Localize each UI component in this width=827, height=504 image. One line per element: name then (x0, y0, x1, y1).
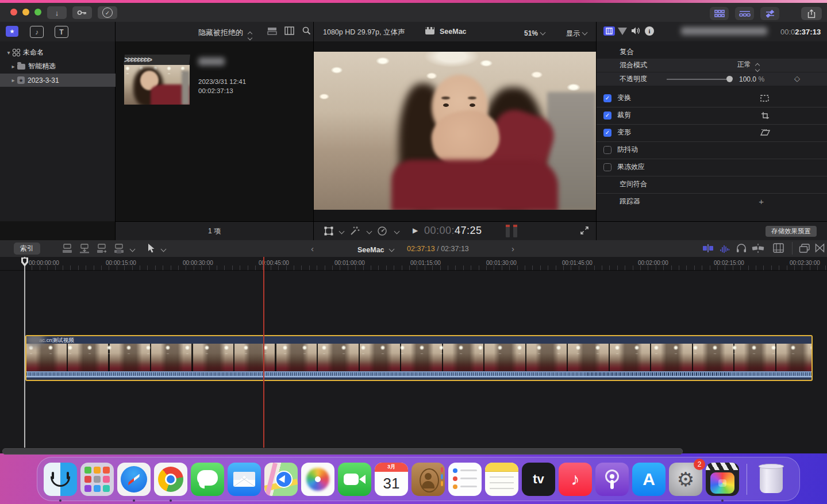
background-tasks-button[interactable]: ✓ (98, 6, 117, 19)
dock-final-cut-pro-icon[interactable] (704, 461, 741, 498)
dock-facetime-icon[interactable] (336, 461, 373, 498)
checkbox-checked[interactable]: ✓ (603, 111, 611, 120)
disclosure-closed-icon[interactable]: ▸ (9, 63, 17, 70)
dock-photos-icon[interactable] (299, 461, 336, 498)
chevron-down-icon[interactable] (394, 229, 400, 234)
chevron-down-icon[interactable] (130, 247, 136, 252)
checkbox-checked[interactable]: ✓ (603, 94, 611, 102)
filmstrip-view-button[interactable] (284, 26, 294, 35)
show-browser-button[interactable] (710, 7, 729, 20)
dock-finder-icon[interactable] (42, 461, 79, 498)
info-inspector-tab[interactable]: i (645, 26, 654, 36)
audio-inspector-tab[interactable] (631, 26, 641, 35)
dock-music-icon[interactable]: ♪ (557, 461, 594, 498)
chevron-down-icon[interactable] (339, 229, 345, 234)
timeline-project-dropdown[interactable]: SeeMac (357, 244, 394, 255)
keyframe-diamond-icon[interactable]: ◇ (794, 74, 800, 83)
disclosure-closed-icon[interactable]: ▸ (9, 77, 17, 83)
audio-meter-right[interactable] (513, 225, 517, 237)
browser-clip-thumbnail[interactable] (124, 65, 190, 105)
fullscreen-button[interactable] (580, 226, 589, 235)
crop-effect-icon[interactable] (761, 111, 770, 120)
dock-messages-icon[interactable] (189, 461, 226, 498)
photos-audio-sidebar-tab[interactable]: ♪ (30, 26, 44, 38)
keywords-button[interactable] (72, 6, 92, 19)
overwrite-edit-icon[interactable] (114, 243, 124, 253)
dock-launchpad-icon[interactable] (79, 461, 116, 498)
chevron-down-icon[interactable] (161, 247, 167, 252)
dock-reminders-icon[interactable] (447, 461, 483, 498)
checkbox-unchecked[interactable] (603, 163, 611, 171)
dock-notes-icon[interactable] (483, 461, 520, 498)
effects-browser-icon[interactable] (799, 243, 810, 253)
index-button[interactable]: 索引 (14, 243, 40, 255)
disclosure-open-icon[interactable]: ▾ (5, 49, 13, 56)
show-timeline-button[interactable] (735, 7, 754, 20)
sidebar-item-event[interactable]: ▸ ★ 2023-3-31 (0, 74, 124, 87)
minimize-window-button[interactable] (22, 9, 29, 16)
viewer-zoom-dropdown[interactable]: 51% (524, 28, 545, 38)
chevron-down-icon[interactable] (367, 229, 372, 234)
transform-tools-dropdown[interactable] (324, 226, 334, 236)
insert-edit-icon[interactable] (79, 243, 90, 253)
solo-headphones-icon[interactable] (736, 243, 747, 253)
audio-skimming-icon[interactable] (720, 243, 730, 253)
enhancements-dropdown[interactable] (349, 226, 360, 236)
playhead[interactable] (24, 257, 25, 448)
audio-meter-left[interactable] (506, 225, 510, 237)
checkbox-checked[interactable]: ✓ (603, 129, 611, 137)
opacity-slider-track[interactable] (667, 79, 730, 80)
timeline[interactable]: 00:00:00:00 00:00:15:00 00:00:30:00 00:0… (0, 257, 827, 453)
opacity-value[interactable]: 100.0 % (739, 75, 764, 83)
retime-dropdown[interactable] (377, 226, 387, 236)
checkbox-unchecked[interactable] (603, 146, 611, 154)
opacity-slider-thumb[interactable] (726, 76, 733, 82)
timeline-timecode[interactable]: 02:37:13 / 02:37:13 (407, 245, 469, 253)
dock-tv-icon[interactable]: tv (520, 461, 557, 498)
viewer-view-dropdown[interactable]: 显示 (566, 28, 587, 39)
media-sidebar-tab[interactable]: ★ (6, 26, 18, 37)
dock-chrome-icon[interactable] (152, 461, 189, 498)
timeline-clip-selected[interactable]: ac.cn测试视频 (25, 335, 813, 381)
import-media-button[interactable]: ↓ (47, 6, 67, 19)
distort-effect-icon[interactable] (760, 129, 771, 137)
blend-mode-select[interactable]: 正常 (737, 60, 759, 71)
viewer-video-frame[interactable] (314, 52, 596, 210)
dock-maps-icon[interactable] (263, 461, 299, 498)
previous-project-button[interactable]: ‹ (311, 244, 314, 253)
video-inspector-tab[interactable] (603, 26, 615, 36)
trim-tool-icon[interactable] (702, 243, 714, 253)
zoom-window-button[interactable] (34, 9, 41, 16)
timeline-ruler[interactable]: 00:00:00:00 00:00:15:00 00:00:30:00 00:0… (0, 257, 827, 271)
sidebar-item-smart-collection[interactable]: ▸ 智能精选 (0, 60, 124, 73)
titles-generators-sidebar-tab[interactable]: T (55, 26, 68, 38)
clip-appearance-timeline-icon[interactable] (773, 243, 784, 253)
dock-calendar-icon[interactable]: 3月 31 (373, 461, 410, 498)
append-edit-icon[interactable] (97, 243, 107, 253)
add-tracker-button[interactable]: + (759, 197, 764, 206)
play-button[interactable]: ▶ (413, 226, 418, 234)
sidebar-item-library[interactable]: ▾ 未命名 (0, 46, 120, 59)
next-project-button[interactable]: › (511, 244, 514, 253)
dock-mail-icon[interactable] (226, 461, 263, 498)
show-inspector-button[interactable] (760, 7, 779, 20)
clip-appearance-button[interactable] (267, 27, 277, 35)
select-tool-cursor-icon[interactable] (147, 243, 155, 253)
connect-edit-icon[interactable] (62, 243, 72, 253)
share-button[interactable] (801, 7, 822, 20)
dock-podcasts-icon[interactable] (594, 461, 630, 498)
color-inspector-tab[interactable] (618, 28, 627, 35)
search-button[interactable] (302, 26, 311, 35)
dock-safari-icon[interactable] (116, 461, 152, 498)
save-effects-preset-button[interactable]: 存储效果预置 (766, 226, 817, 237)
dock-app-store-icon[interactable]: A (630, 461, 667, 498)
browser-filter-dropdown[interactable]: 隐藏被拒绝的 (198, 27, 252, 40)
transitions-browser-icon[interactable] (815, 243, 825, 253)
dock-settings-icon[interactable]: ⚙ 2 (667, 461, 704, 498)
dock-trash-icon[interactable] (753, 461, 790, 498)
snapping-icon[interactable] (752, 243, 764, 253)
close-window-button[interactable] (10, 9, 17, 16)
transform-effect-icon[interactable] (760, 94, 770, 102)
dock-contacts-icon[interactable] (410, 461, 447, 498)
timeline-horizontal-scrollbar[interactable] (2, 448, 683, 455)
